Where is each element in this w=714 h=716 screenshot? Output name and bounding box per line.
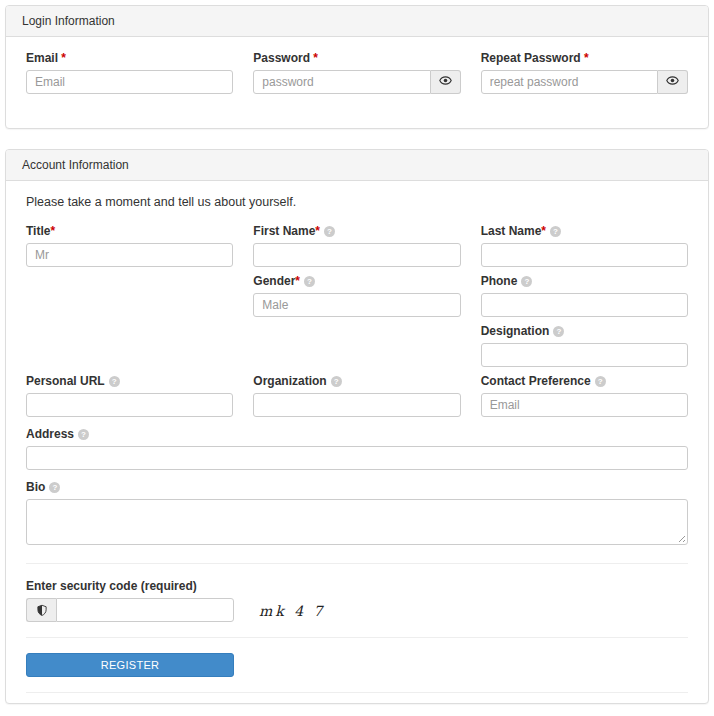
required-asterisk: *: [581, 51, 589, 65]
last-name-label: Last Name*?: [481, 224, 688, 238]
question-icon[interactable]: ?: [331, 376, 342, 387]
repeat-password-input-group: [481, 70, 688, 94]
captcha-text: mk 4 7: [259, 603, 325, 619]
organization-input[interactable]: [253, 393, 460, 417]
title-label: Title*: [26, 224, 233, 238]
question-icon[interactable]: ?: [109, 376, 120, 387]
repeat-password-field-group: Repeat Password *: [481, 51, 688, 94]
required-asterisk: *: [295, 274, 300, 288]
password-input[interactable]: [253, 70, 430, 94]
designation-field-group: Designation?: [481, 324, 688, 367]
contact-preference-label: Contact Preference?: [481, 374, 688, 388]
designation-label: Designation?: [481, 324, 688, 338]
password-label: Password *: [253, 51, 460, 65]
repeat-password-label: Repeat Password *: [481, 51, 688, 65]
address-label: Address?: [26, 427, 688, 441]
bio-textarea-wrap: [26, 499, 688, 548]
email-label: Email *: [26, 51, 233, 65]
organization-label: Organization?: [253, 374, 460, 388]
register-page: Login Information Email * Password *: [0, 0, 714, 716]
address-input[interactable]: [26, 446, 688, 470]
last-name-input[interactable]: [481, 243, 688, 267]
title-input[interactable]: [26, 243, 233, 267]
contact-preference-input[interactable]: [481, 393, 688, 417]
question-icon[interactable]: ?: [49, 482, 60, 493]
security-code-section: Enter security code (required) mk 4 7: [26, 579, 688, 622]
security-code-row: mk 4 7: [26, 598, 688, 622]
section-divider: [26, 563, 688, 564]
gender-field-group: Gender*?: [253, 274, 460, 317]
login-panel-body: Email * Password * Repe: [6, 37, 708, 128]
question-icon[interactable]: ?: [521, 276, 532, 287]
account-fields-grid: Title* First Name*? Last Name*? Gender*?: [26, 224, 688, 417]
security-code-input-group: [26, 598, 234, 622]
gender-input[interactable]: [253, 293, 460, 317]
gender-label: Gender*?: [253, 274, 460, 288]
title-field-group: Title*: [26, 224, 233, 267]
personal-url-field-group: Personal URL?: [26, 374, 233, 417]
login-fields-row: Email * Password * Repe: [26, 51, 688, 94]
phone-input[interactable]: [481, 293, 688, 317]
repeat-password-visibility-toggle[interactable]: [658, 70, 688, 94]
first-name-input[interactable]: [253, 243, 460, 267]
required-asterisk: *: [58, 51, 66, 65]
bio-textarea[interactable]: [26, 499, 688, 545]
contact-preference-field-group: Contact Preference?: [481, 374, 688, 417]
section-divider: [26, 637, 688, 638]
question-icon[interactable]: ?: [324, 226, 335, 237]
last-name-field-group: Last Name*?: [481, 224, 688, 267]
organization-field-group: Organization?: [253, 374, 460, 417]
account-information-panel: Account Information Please take a moment…: [5, 149, 709, 704]
login-panel-heading: Login Information: [6, 6, 708, 37]
email-input[interactable]: [26, 70, 233, 94]
required-asterisk: *: [50, 224, 55, 238]
first-name-field-group: First Name*?: [253, 224, 460, 267]
first-name-label: First Name*?: [253, 224, 460, 238]
address-field-group: Address?: [26, 427, 688, 470]
login-information-panel: Login Information Email * Password *: [5, 5, 709, 129]
account-panel-heading: Account Information: [6, 150, 708, 181]
question-icon[interactable]: ?: [553, 326, 564, 337]
phone-label: Phone?: [481, 274, 688, 288]
eye-icon: [666, 74, 679, 90]
question-icon[interactable]: ?: [595, 376, 606, 387]
password-field-group: Password *: [253, 51, 460, 94]
register-button[interactable]: REGISTER: [26, 653, 234, 677]
email-field-group: Email *: [26, 51, 233, 94]
bio-field-group: Bio?: [26, 480, 688, 548]
section-divider: [26, 692, 688, 693]
bio-label: Bio?: [26, 480, 688, 494]
password-visibility-toggle[interactable]: [431, 70, 461, 94]
required-asterisk: *: [310, 51, 318, 65]
personal-url-input[interactable]: [26, 393, 233, 417]
security-code-input[interactable]: [56, 598, 234, 622]
required-asterisk: *: [315, 224, 320, 238]
eye-icon: [439, 74, 452, 90]
shield-icon: [26, 598, 56, 622]
personal-url-label: Personal URL?: [26, 374, 233, 388]
required-asterisk: *: [541, 224, 546, 238]
designation-input[interactable]: [481, 343, 688, 367]
phone-field-group: Phone?: [481, 274, 688, 317]
account-panel-body: Please take a moment and tell us about y…: [6, 181, 708, 703]
security-code-label: Enter security code (required): [26, 579, 688, 593]
question-icon[interactable]: ?: [304, 276, 315, 287]
question-icon[interactable]: ?: [78, 429, 89, 440]
question-icon[interactable]: ?: [550, 226, 561, 237]
account-intro-text: Please take a moment and tell us about y…: [26, 195, 688, 209]
password-input-group: [253, 70, 460, 94]
repeat-password-input[interactable]: [481, 70, 658, 94]
